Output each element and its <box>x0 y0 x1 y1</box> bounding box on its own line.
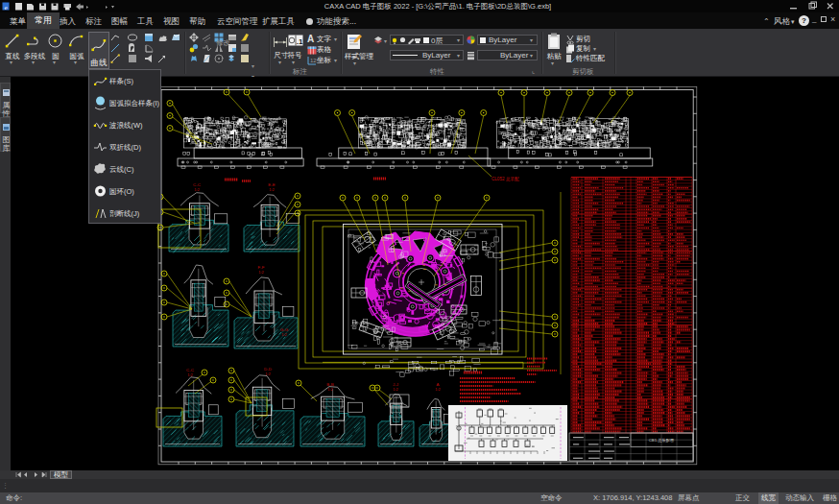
svg-text:1:2: 1:2 <box>327 387 333 392</box>
svg-text:1:2: 1:2 <box>265 372 271 376</box>
svg-text:1:2: 1:2 <box>281 332 287 337</box>
svg-text:.1: .1 <box>297 37 303 46</box>
svg-text:1:2: 1:2 <box>187 372 193 377</box>
svg-text:1:2: 1:2 <box>269 187 275 192</box>
svg-text:12: 12 <box>310 58 317 63</box>
svg-text:e: e <box>4 4 7 12</box>
svg-text:1:2: 1:2 <box>258 270 264 275</box>
svg-text:1:2: 1:2 <box>435 387 441 392</box>
svg-text:1:2: 1:2 <box>393 387 398 392</box>
svg-text:1:2: 1:2 <box>194 187 200 192</box>
